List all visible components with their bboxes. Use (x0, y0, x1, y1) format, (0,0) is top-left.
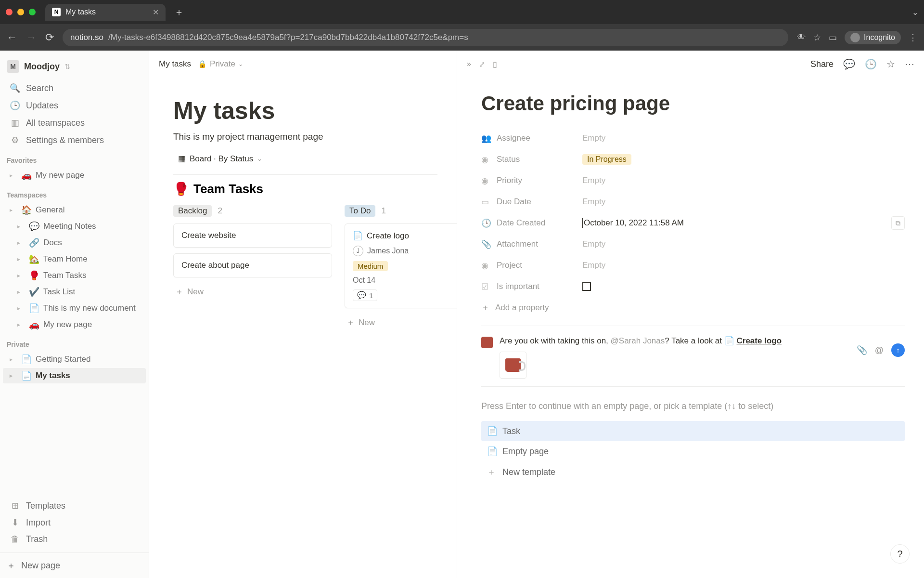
favorite-icon[interactable]: ☆ (886, 58, 895, 70)
peek-mode-icon[interactable]: ▯ (493, 60, 497, 69)
sidebar-team-tasks[interactable]: ▸🥊Team Tasks (3, 268, 146, 283)
prop-value[interactable]: Empty (582, 197, 905, 207)
prop-date-created[interactable]: 🕒Date CreatedOctober 10, 2022 11:58 AM⧉ (481, 212, 905, 234)
chevron-right-icon[interactable]: ▸ (17, 239, 25, 246)
nav-reload-icon[interactable]: ⟳ (45, 31, 54, 44)
favorite-item[interactable]: ▸🚗My new page (3, 168, 146, 183)
column-new-button[interactable]: ＋New (345, 314, 457, 331)
user-mention[interactable]: @Sarah Jonas (611, 336, 665, 345)
prop-due-date[interactable]: ▭Due DateEmpty (481, 191, 905, 212)
tab-close-icon[interactable]: ✕ (153, 8, 159, 17)
sidebar-docs[interactable]: ▸🔗Docs (3, 235, 146, 250)
prop-attachment[interactable]: 📎AttachmentEmpty (481, 234, 905, 255)
prop-is-important[interactable]: ☑Is important (481, 276, 905, 297)
prop-status[interactable]: ◉StatusIn Progress (481, 149, 905, 170)
template-new[interactable]: ＋New template (481, 461, 905, 483)
prop-assignee[interactable]: 👥AssigneeEmpty (481, 128, 905, 149)
prop-value[interactable]: Empty (582, 239, 905, 249)
chevron-right-icon[interactable]: ▸ (17, 272, 25, 279)
tab-overflow-icon[interactable]: ⌄ (912, 8, 918, 17)
sidebar-getting-started[interactable]: ▸📄Getting Started (3, 352, 146, 367)
board-card[interactable]: Create website (173, 223, 332, 248)
sidebar-meeting-notes[interactable]: ▸💬Meeting Notes (3, 219, 146, 234)
chevron-right-icon[interactable]: ▸ (17, 256, 25, 263)
prop-value[interactable]: Empty (582, 133, 905, 143)
visibility-chip[interactable]: 🔒 Private ⌄ (198, 59, 243, 69)
view-switcher[interactable]: ▦ Board · By Status ⌄ (173, 151, 267, 167)
sidebar-import[interactable]: ⬇Import (3, 514, 146, 531)
attach-file-icon[interactable]: 📎 (857, 345, 867, 355)
help-button[interactable]: ? (890, 544, 910, 564)
send-button[interactable]: ↑ (891, 343, 905, 357)
sidebar-my-tasks[interactable]: ▸📄My tasks (3, 368, 146, 383)
sidebar-trash[interactable]: 🗑Trash (3, 531, 146, 547)
column-header[interactable]: Backlog 2 (173, 205, 332, 217)
database-title[interactable]: 🥊 Team Tasks (173, 182, 437, 197)
comment-composer[interactable]: Are you ok with taking this on, @Sarah J… (481, 336, 905, 379)
template-empty-page[interactable]: 📄Empty page (481, 441, 905, 461)
window-close[interactable] (6, 9, 13, 15)
browser-tab[interactable]: N My tasks ✕ (45, 4, 166, 21)
prop-value[interactable]: October 10, 2022 11:58 AM⧉ (582, 218, 905, 228)
sidebar-search[interactable]: 🔍Search (3, 80, 146, 96)
chevron-right-icon[interactable]: ▸ (17, 223, 25, 230)
board-card[interactable]: 📄Create logo JJames Jona Medium Oct 14 💬… (345, 223, 457, 308)
workspace-switcher[interactable]: M Moodjoy ⇅ (0, 57, 149, 79)
open-fullpage-icon[interactable]: ⤢ (479, 60, 485, 69)
nav-back-icon[interactable]: ← (7, 31, 17, 44)
breadcrumb-page[interactable]: My tasks (159, 59, 191, 69)
attachment-thumbnail[interactable] (500, 352, 526, 379)
chevron-right-icon[interactable]: ▸ (10, 356, 17, 363)
board-card[interactable]: Create about page (173, 253, 332, 277)
sidebar-teamspaces[interactable]: ▥All teamspaces (3, 115, 146, 131)
panel-icon[interactable]: ▭ (829, 32, 837, 43)
prop-priority[interactable]: ◉PriorityEmpty (481, 170, 905, 191)
page-title[interactable]: My tasks (173, 97, 437, 125)
page-mention[interactable]: Create logo (737, 336, 782, 345)
sidebar-task-list[interactable]: ▸✔️Task List (3, 284, 146, 300)
kebab-menu-icon[interactable]: ⋮ (909, 32, 917, 43)
sidebar-new-document[interactable]: ▸📄This is my new document (3, 301, 146, 316)
add-property-button[interactable]: ＋Add a property (481, 297, 905, 318)
column-header[interactable]: To Do 1 (345, 205, 457, 217)
sidebar-my-new-page[interactable]: ▸🚗My new page (3, 317, 146, 332)
window-minimize[interactable] (17, 9, 24, 15)
prop-value[interactable]: Empty (582, 176, 905, 185)
sidebar-updates[interactable]: 🕒Updates (3, 97, 146, 114)
copy-button[interactable]: ⧉ (891, 216, 905, 230)
prop-value[interactable]: Empty (582, 261, 905, 270)
checkbox-input[interactable] (582, 282, 591, 291)
chevron-right-icon[interactable]: ▸ (17, 321, 25, 328)
comment-body[interactable]: Are you ok with taking this on, @Sarah J… (500, 336, 905, 379)
sidebar-team-home[interactable]: ▸🏡Team Home (3, 251, 146, 267)
prop-value[interactable] (582, 282, 905, 291)
teamspace-general[interactable]: ▸🏠General (3, 202, 146, 218)
chevron-right-icon[interactable]: ▸ (10, 207, 17, 213)
updates-icon[interactable]: 🕒 (865, 58, 877, 70)
chevron-right-icon[interactable]: ▸ (17, 305, 25, 312)
prop-project[interactable]: ◉ProjectEmpty (481, 255, 905, 276)
prop-value[interactable]: In Progress (582, 154, 905, 165)
comments-icon[interactable]: 💬 (843, 58, 855, 70)
new-page-button[interactable]: ＋ New page (0, 552, 149, 578)
url-input[interactable]: notion.so/My-tasks-e6f34988812d420c875c9… (63, 29, 788, 46)
sidebar-settings[interactable]: ⚙Settings & members (3, 132, 146, 148)
expand-icon[interactable]: » (467, 60, 471, 69)
window-zoom[interactable] (29, 9, 36, 15)
chevron-right-icon[interactable]: ▸ (10, 372, 17, 379)
nav-forward-icon[interactable]: → (26, 31, 37, 44)
page-description[interactable]: This is my project management page (173, 131, 437, 142)
mention-icon[interactable]: @ (875, 345, 884, 355)
template-task[interactable]: 📄Task (481, 421, 905, 441)
incognito-badge[interactable]: Incognito (845, 31, 901, 44)
detail-title[interactable]: Create pricing page (481, 92, 905, 115)
chevron-right-icon[interactable]: ▸ (10, 172, 17, 179)
bookmark-star-icon[interactable]: ☆ (813, 32, 821, 43)
chevron-right-icon[interactable]: ▸ (17, 289, 25, 295)
new-tab-button[interactable]: ＋ (170, 4, 188, 21)
column-new-button[interactable]: ＋New (173, 283, 332, 300)
share-button[interactable]: Share (810, 59, 834, 69)
sidebar-templates[interactable]: ⊞Templates (3, 498, 146, 514)
more-icon[interactable]: ⋯ (905, 58, 914, 70)
eye-off-icon[interactable]: 👁 (797, 32, 806, 42)
